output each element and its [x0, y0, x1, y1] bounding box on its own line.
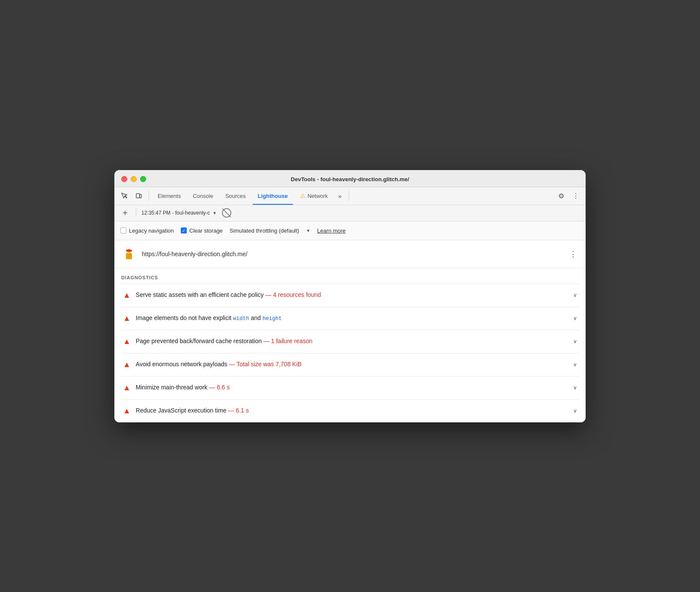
- url-selector-dropdown[interactable]: 12:35:47 PM - foul-heavenly-c ▼: [141, 210, 217, 216]
- url-header: https://foul-heavenly-direction.glitch.m…: [114, 240, 586, 268]
- url-display: https://foul-heavenly-direction.glitch.m…: [142, 251, 562, 257]
- diagnostic-text-main-thread: Minimize main-thread work — 6.6 s: [136, 383, 565, 392]
- diagnostic-text-image-dimensions: Image elements do not have explicit widt…: [136, 314, 565, 323]
- secondary-divider: [136, 209, 136, 217]
- diagnostic-item-bfcache[interactable]: ▲ Page prevented back/forward cache rest…: [121, 330, 579, 353]
- device-toggle-button[interactable]: [132, 189, 145, 202]
- minimize-button[interactable]: [131, 176, 137, 182]
- chevron-down-icon-image-dimensions: ∨: [573, 315, 577, 321]
- devtools-more-button[interactable]: ⋮: [569, 189, 582, 202]
- toolbar-divider-2: [349, 191, 349, 201]
- tab-network[interactable]: ⚠ Network: [295, 187, 333, 205]
- main-content: https://foul-heavenly-direction.glitch.m…: [114, 240, 586, 422]
- clear-storage-checkbox[interactable]: ✓: [181, 227, 187, 233]
- svg-rect-2: [126, 253, 132, 259]
- toolbar-right: ⚙ ⋮: [555, 189, 582, 202]
- url-dropdown-arrow-icon: ▼: [212, 211, 217, 215]
- legacy-navigation-label[interactable]: Legacy navigation: [120, 227, 174, 234]
- diagnostic-text-payloads: Avoid enormous network payloads — Total …: [136, 360, 565, 369]
- chevron-down-icon-bfcache: ∨: [573, 338, 577, 344]
- diagnostic-item-main-thread[interactable]: ▲ Minimize main-thread work — 6.6 s ∨: [121, 377, 579, 400]
- chevron-down-icon-payloads: ∨: [573, 362, 577, 368]
- svg-rect-1: [140, 194, 141, 198]
- url-more-options-button[interactable]: ⋮: [568, 248, 579, 260]
- secondary-toolbar: + 12:35:47 PM - foul-heavenly-c ▼: [114, 205, 586, 221]
- close-button[interactable]: [121, 176, 127, 182]
- warning-icon-js-execution: ▲: [123, 407, 131, 416]
- clear-storage-label[interactable]: ✓ Clear storage: [181, 227, 223, 234]
- diagnostic-text-cache: Serve static assets with an efficient ca…: [136, 291, 565, 299]
- throttling-label: Simulated throttling (default): [230, 227, 299, 234]
- svg-rect-5: [126, 250, 132, 251]
- diagnostics-heading: DIAGNOSTICS: [121, 268, 579, 284]
- add-record-button[interactable]: +: [120, 207, 131, 218]
- network-warning-icon: ⚠: [300, 192, 305, 199]
- chevron-down-icon-cache: ∨: [573, 292, 577, 298]
- inspect-element-button[interactable]: [118, 189, 131, 202]
- maximize-button[interactable]: [140, 176, 146, 182]
- lighthouse-icon: [121, 246, 137, 262]
- no-throttling-icon: [222, 208, 231, 218]
- svg-rect-0: [136, 194, 140, 198]
- throttling-dropdown-icon: ▼: [306, 228, 310, 233]
- traffic-lights: [121, 176, 146, 182]
- options-bar: Legacy navigation ✓ Clear storage Simula…: [114, 221, 586, 240]
- warning-icon-cache: ▲: [123, 291, 131, 300]
- diagnostic-item-js-execution[interactable]: ▲ Reduce JavaScript execution time — 6.1…: [121, 400, 579, 422]
- tab-sources[interactable]: Sources: [220, 187, 251, 205]
- diagnostics-section: DIAGNOSTICS ▲ Serve static assets with a…: [114, 268, 586, 422]
- learn-more-link[interactable]: Learn more: [317, 227, 345, 234]
- chevron-down-icon-main-thread: ∨: [573, 385, 577, 391]
- main-toolbar: Elements Console Sources Lighthouse ⚠ Ne…: [114, 187, 586, 205]
- warning-icon-image-dimensions: ▲: [123, 314, 131, 323]
- diagnostic-text-bfcache: Page prevented back/forward cache restor…: [136, 337, 565, 346]
- toolbar-divider-1: [149, 191, 149, 201]
- more-tabs-button[interactable]: »: [335, 187, 345, 205]
- title-bar: DevTools - foul-heavenly-direction.glitc…: [114, 170, 586, 187]
- diagnostic-item-payloads[interactable]: ▲ Avoid enormous network payloads — Tota…: [121, 353, 579, 377]
- diagnostic-item-image-dimensions[interactable]: ▲ Image elements do not have explicit wi…: [121, 307, 579, 330]
- warning-icon-main-thread: ▲: [123, 383, 131, 392]
- tab-elements[interactable]: Elements: [153, 187, 186, 205]
- warning-icon-bfcache: ▲: [123, 337, 131, 346]
- devtools-window: DevTools - foul-heavenly-direction.glitc…: [114, 170, 586, 422]
- diagnostic-text-js-execution: Reduce JavaScript execution time — 6.1 s: [136, 407, 565, 415]
- legacy-navigation-checkbox[interactable]: [120, 227, 126, 233]
- chevron-down-icon-js-execution: ∨: [573, 408, 577, 414]
- settings-button[interactable]: ⚙: [555, 189, 568, 202]
- diagnostic-item-cache[interactable]: ▲ Serve static assets with an efficient …: [121, 284, 579, 307]
- url-selector-text: 12:35:47 PM - foul-heavenly-c: [141, 210, 210, 216]
- tab-lighthouse[interactable]: Lighthouse: [253, 187, 293, 205]
- tab-console[interactable]: Console: [188, 187, 218, 205]
- window-title: DevTools - foul-heavenly-direction.glitc…: [291, 176, 409, 182]
- warning-icon-payloads: ▲: [123, 360, 131, 369]
